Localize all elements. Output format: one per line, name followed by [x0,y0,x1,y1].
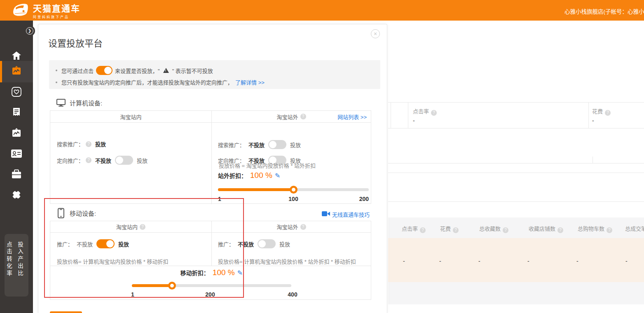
collapsed-metric-tabs[interactable]: 投入产出比 点击转化率 [5,234,28,297]
mobile-section-header: 移动设备: [56,208,96,218]
help-icon[interactable]: ? [300,114,306,119]
mobile-onsite-promo-row: 推广： 不投放 投放 [57,239,129,248]
divider [391,102,391,128]
mobile-onsite-formula: 投放价格= 计算机淘宝站内投放价格 * 移动折扣 [57,257,169,265]
mobile-discount-label: 移动折扣： [180,269,209,277]
sidebar-item-account[interactable] [0,144,33,165]
help-icon[interactable]: ? [86,157,91,163]
wireless-tips-link[interactable]: 无线直通车技巧 [332,210,370,218]
table-cell: - [625,258,628,264]
scale-end: 200 [359,196,369,202]
help-icon[interactable]: ? [86,141,91,147]
sidebar-item-tools[interactable] [0,165,33,185]
sidebar-item-report[interactable] [0,103,33,124]
top-bar: 天猫直通车 阿里妈妈旗下产品 心雅小栈旗舰店(子帐号：心雅小栈旗 [0,0,644,21]
help-icon[interactable]: ? [607,227,612,233]
computer-offsite-search-toggle[interactable] [268,140,286,149]
col-header-label: 总收藏数 [479,226,501,232]
divider [388,163,644,164]
id-card-icon [11,149,22,160]
tab-roi-label[interactable]: 投入产出比 [16,241,24,297]
offsite-discount-row: 站外折扣： 100 % ✎ [218,171,280,180]
tip-row-1: 您可通过点击 来设置是否投放，" " 表示暂不可投放 [56,66,213,75]
computer-onsite-target-toggle[interactable] [115,156,133,165]
help-icon[interactable]: ? [420,227,426,233]
sidebar-item-favorites[interactable] [0,82,33,103]
row-label: 搜索推广： [218,141,245,149]
offsite-discount-value: 100 % [250,171,272,180]
table-cell: - [439,258,441,264]
row-label: 搜索推广： [57,140,84,148]
sidebar-item-campaign-active[interactable] [0,61,33,82]
stat-cost-label: 花费 [592,108,603,114]
stat-clickrate-value: - [413,117,415,124]
offsite-discount-slider[interactable] [218,185,369,194]
mobile-onsite-promo-toggle[interactable] [96,239,115,248]
bullet-dot [56,82,57,83]
help-icon[interactable]: ? [453,227,459,233]
help-icon[interactable]: ? [300,224,306,230]
tip1-prefix: 您可通过点击 [61,67,94,75]
table-row-alt [388,282,644,304]
state-on: 投放 [95,140,106,148]
home-icon [11,51,22,62]
help-icon[interactable]: ? [605,110,611,116]
divider [588,102,589,128]
scale-start: 1 [131,291,134,298]
divider [388,128,644,128]
col-header: 收藏店铺数? [529,224,563,233]
state-off: 不投放 [77,240,93,248]
table-cell: - [576,258,578,264]
receipt-icon [12,107,21,119]
help-icon[interactable]: ? [140,224,145,230]
slider-handle[interactable] [290,186,297,194]
help-icon[interactable]: ? [557,227,563,233]
slider-fill [218,188,293,191]
edit-pencil-icon[interactable]: ✎ [275,172,280,180]
row-label: 定向推广： [57,156,84,164]
col-header: 点击率? [402,224,426,233]
mobile-col-offsite-label: 淘宝站外 [276,223,298,231]
tip-row-2: 您只有投放淘宝站内的定向推广后，才能选择投放淘宝站外的定向推广， 了解详情 >> [56,78,265,86]
modal-save-button[interactable] [50,311,82,313]
tab-conversion-label[interactable]: 点击转化率 [5,241,13,297]
table-cell: - [478,258,480,264]
sidebar-expand-button[interactable]: ❯ [24,26,35,36]
mobile-discount-slider[interactable] [132,281,291,290]
heart-icon [11,86,22,99]
set-platform-modal: 设置投放平台 × 您可通过点击 来设置是否投放，" " 表示暂不可投放 您只有投… [38,24,387,313]
logo[interactable]: 天猫直通车 阿里妈妈旗下产品 [11,2,80,20]
website-list-link[interactable]: 网站列表 >> [337,113,367,121]
table-cell: - [527,258,529,264]
wireless-tips-wrap: 无线直通车技巧 [322,210,370,218]
close-icon[interactable]: × [371,29,380,38]
slider-handle[interactable] [168,282,176,290]
example-toggle[interactable] [96,66,112,75]
sidebar-item-creative[interactable] [0,124,33,144]
stat-clickrate: 点击率? [413,107,437,116]
mobile-table-header: 淘宝站内? 淘宝站外? [50,221,371,233]
learn-more-link[interactable]: 了解详情 >> [235,78,265,86]
help-icon[interactable]: ? [503,227,508,233]
mobile-discount-row: 移动折扣： 100 % ✎ [132,268,291,277]
account-name[interactable]: 心雅小栈旗舰店(子帐号：心雅小栈旗 [564,7,644,15]
offsite-price-formula: 投放价格 = 淘宝站内投放价格 * 站外折扣 [219,161,316,169]
computer-table: 淘宝站内 淘宝站外? 网站列表 >> 搜索推广：? 投放 定向推广：? 不投放 … [50,110,371,204]
state-on: 投放 [118,240,129,248]
help-icon[interactable]: ? [431,110,437,116]
mobile-offsite-promo-row: 推广： 不投放 投放 [218,239,290,248]
divider [592,156,593,163]
tip1-end: " 表示暂不可投放 [172,67,213,75]
mobile-section-title: 移动设备: [70,209,96,217]
bullet-dot [56,70,57,71]
state-alt: 投放 [137,156,148,164]
briefcase-icon [11,169,22,181]
computer-onsite-target-row: 定向推广：? 不投放 投放 [57,156,148,165]
computer-table-header: 淘宝站内 淘宝站外? 网站列表 >> [50,111,371,123]
campaign-icon [11,65,22,78]
divider [388,173,644,173]
edit-pencil-icon[interactable]: ✎ [237,269,243,277]
col-header-label: 点击率 [402,226,418,232]
sidebar-item-service[interactable] [0,185,33,206]
mobile-offsite-promo-toggle[interactable] [258,239,276,248]
